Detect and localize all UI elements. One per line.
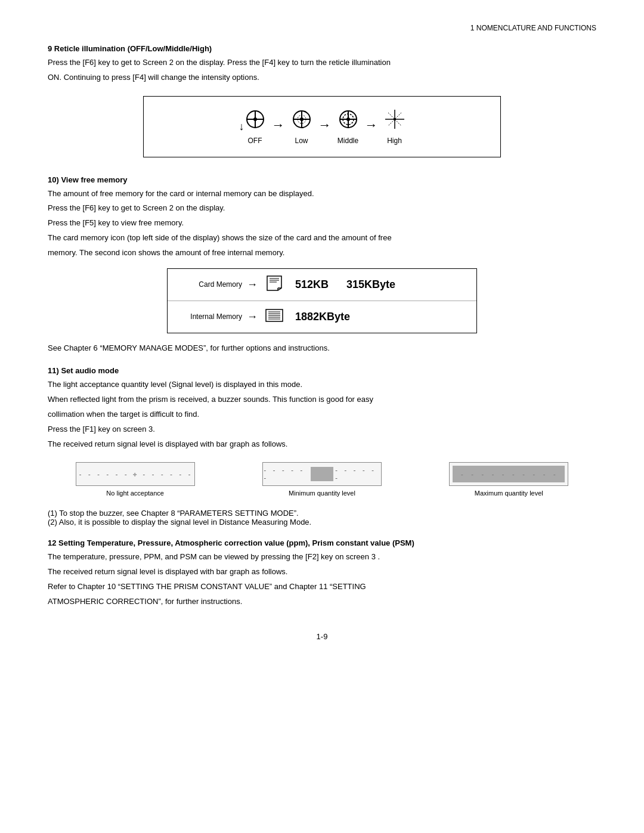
reticle-label-low: Low <box>295 137 308 145</box>
section-10-line4: The card memory icon (top left side of t… <box>48 232 596 244</box>
section-12-line2: The received return signal level is disp… <box>48 566 596 578</box>
reticle-icon-high <box>384 109 405 133</box>
reticle-diagram: ↓ OFF → <box>239 109 405 145</box>
card-memory-icon <box>262 275 286 295</box>
reticle-diagram-container: ↓ OFF → <box>143 96 501 157</box>
section-12-line3: Refer to Chapter 10 “SETTING THE PRISM C… <box>48 581 596 593</box>
bar-label-min: Minimum quantity level <box>289 490 355 497</box>
section-9-para2: ON. Continuing to press [F4] will change… <box>48 72 596 84</box>
reticle-label-off: OFF <box>248 137 262 145</box>
svg-point-12 <box>346 117 350 121</box>
bar-label-no-light: No light acceptance <box>106 490 164 497</box>
section-10-line1: The amount of free memory for the card o… <box>48 188 596 200</box>
bar-box-min: - - - - - - - - - - - - <box>262 462 382 486</box>
section-11-line5: The received return signal level is disp… <box>48 438 596 451</box>
section-11-line4: Press the [F1] key on screen 3. <box>48 423 596 436</box>
page-number: 1-9 <box>48 632 596 641</box>
card-memory-row: Card Memory → 512KB 315KByte <box>168 269 476 301</box>
reticle-icon-low <box>291 109 312 133</box>
arrow-3: → <box>359 117 384 145</box>
bar-diagrams-container: - - - - - - ✛ - - - - - - No light accep… <box>48 462 596 497</box>
card-size: 512KB <box>295 278 329 291</box>
section-10-title: 10) View free memory <box>48 175 596 184</box>
memory-diagram: Card Memory → 512KB 315KByte <box>167 268 477 333</box>
svg-point-18 <box>394 118 396 120</box>
section-11-title: 11) Set audio mode <box>48 366 596 375</box>
bar-box-no-light: - - - - - - ✛ - - - - - - <box>76 462 195 486</box>
bar-diagram-max: - - - - - - - - - - Maximum quantity lev… <box>422 462 596 497</box>
card-arrow-icon: → <box>247 278 258 291</box>
reticle-icon-middle <box>338 109 359 133</box>
arrow-1: → <box>266 117 291 145</box>
reticle-icon-off <box>244 109 266 133</box>
section-10-line5: memory. The second icon shows the amount… <box>48 247 596 259</box>
bar-diagram-no-light: - - - - - - ✛ - - - - - - No light accep… <box>48 462 222 497</box>
reticle-item-off: OFF <box>244 109 266 145</box>
section-12-line1: The temperature, pressure, PPM, and PSM … <box>48 551 596 563</box>
card-memory-values: 512KB 315KByte <box>295 278 395 291</box>
section-11-line1: The light acceptance quantity level (Sig… <box>48 379 596 391</box>
section-9-para1: Press the [F6] key to get to Screen 2 on… <box>48 57 596 69</box>
header-text: 1 NOMENCLATURE AND FUNCTIONS <box>470 24 596 32</box>
section-11-line3: collimation when the target is difficult… <box>48 408 596 421</box>
page-header: 1 NOMENCLATURE AND FUNCTIONS <box>48 24 596 32</box>
svg-point-3 <box>253 117 257 121</box>
internal-memory-values: 1882KByte <box>295 311 350 323</box>
section-10: 10) View free memory The amount of free … <box>48 175 596 355</box>
reticle-item-high: High <box>384 109 405 145</box>
arrow-2: → <box>312 117 338 145</box>
internal-memory-icon <box>262 307 286 327</box>
card-free: 315KByte <box>346 278 395 291</box>
bar-box-max: - - - - - - - - - - <box>449 462 568 486</box>
section-10-see-chapter: See Chapter 6 “MEMORY MANAGE MODES”, for… <box>48 342 596 355</box>
svg-point-7 <box>300 117 304 121</box>
section-9: 9 Reticle illumination (OFF/Low/Middle/H… <box>48 44 596 157</box>
reticle-item-low: Low <box>291 109 312 145</box>
bar-label-max: Maximum quantity level <box>475 490 543 497</box>
section-12: 12 Setting Temperature, Pressure, Atmosp… <box>48 538 596 608</box>
section-11-note1: (1) To stop the buzzer, see Chapter 8 “P… <box>48 509 596 518</box>
internal-arrow-icon: → <box>247 311 258 323</box>
section-11: 11) Set audio mode The light acceptance … <box>48 366 596 527</box>
section-11-notes: (1) To stop the buzzer, see Chapter 8 “P… <box>48 509 596 527</box>
reticle-label-high: High <box>387 137 402 145</box>
bar-diagram-min: - - - - - - - - - - - - Minimum quantity… <box>234 462 409 497</box>
section-11-line2: When reflected light from the prism is r… <box>48 394 596 406</box>
reticle-label-middle: Middle <box>338 137 358 145</box>
section-12-line4: ATMOSPHERIC CORRECTION”, for further ins… <box>48 596 596 608</box>
section-10-line2: Press the [F6] key to get to Screen 2 on… <box>48 202 596 215</box>
card-memory-label: Card Memory <box>177 280 242 289</box>
internal-free: 1882KByte <box>295 311 350 323</box>
internal-memory-label: Internal Memory <box>177 312 242 321</box>
section-12-title: 12 Setting Temperature, Pressure, Atmosp… <box>48 538 596 547</box>
internal-memory-row: Internal Memory → 1882KByte <box>168 301 476 333</box>
section-10-line3: Press the [F5] key to view free memory. <box>48 217 596 230</box>
section-9-title: 9 Reticle illumination (OFF/Low/Middle/H… <box>48 44 596 53</box>
reticle-item-middle: Middle <box>338 109 359 145</box>
section-11-note2: (2) Also, it is possible to display the … <box>48 518 596 527</box>
